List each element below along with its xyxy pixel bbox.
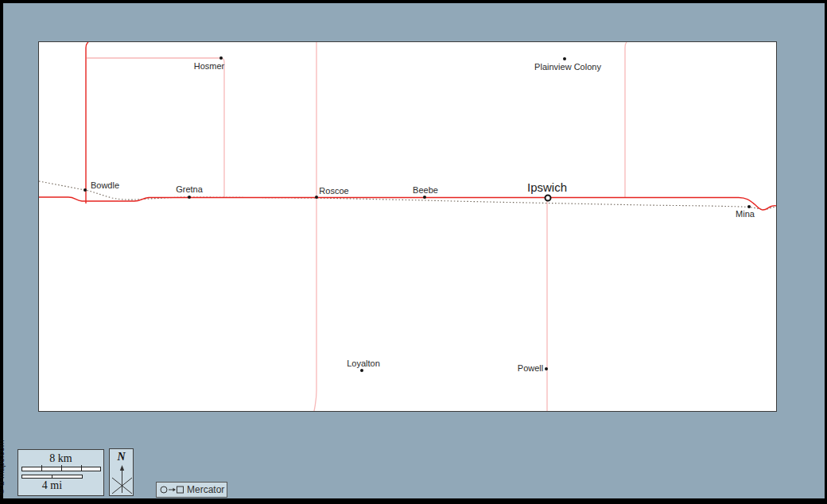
north-arrow-box: N	[109, 448, 134, 496]
secondary-road-hosmer	[87, 58, 224, 198]
town-marker-beebe	[423, 196, 426, 199]
town-marker-bowdle	[83, 188, 87, 192]
scale-km-bar	[21, 467, 101, 471]
secondary-road-plainview	[625, 42, 627, 197]
map-lines-layer	[39, 42, 776, 411]
map-page-background: HosmerPlainview ColonyBowdleGretnaRoscoe…	[3, 3, 825, 498]
map-canvas: HosmerPlainview ColonyBowdleGretnaRoscoe…	[38, 41, 777, 412]
town-label-ipswich: Ipswich	[527, 180, 567, 194]
town-marker-loyalton	[360, 369, 363, 372]
town-label-loyalton: Loyalton	[347, 359, 380, 368]
scale-bar-box: 8 km 4 mi	[17, 449, 104, 496]
secondary-road-roscoe	[314, 42, 316, 411]
projection-label: Mercator	[187, 484, 224, 495]
scale-mi-bar	[21, 475, 83, 479]
town-marker-powell	[545, 367, 548, 370]
town-label-roscoe: Roscoe	[319, 186, 348, 196]
town-label-gretna: Gretna	[176, 184, 203, 194]
town-label-hosmer: Hosmer	[194, 61, 225, 71]
scale-km-label: 8 km	[18, 452, 103, 465]
image-frame: HosmerPlainview ColonyBowdleGretnaRoscoe…	[0, 0, 827, 504]
highway-us12	[39, 197, 776, 210]
highway-vertical-bowdle	[86, 42, 88, 204]
town-label-mina: Mina	[736, 209, 755, 219]
town-marker-roscoe	[315, 196, 318, 199]
town-marker-ipswich	[545, 195, 552, 202]
north-label: N	[110, 451, 133, 463]
scale-mi-label: 4 mi	[10, 479, 95, 492]
railroad-line	[39, 181, 776, 210]
town-label-beebe: Beebe	[413, 185, 438, 195]
copyright-text: © d-maps.com	[0, 440, 6, 494]
north-arrow-icon	[110, 464, 134, 496]
town-marker-mina	[747, 205, 751, 208]
mercator-projection-icon	[160, 485, 184, 494]
town-marker-gretna	[188, 196, 191, 199]
town-label-powell: Powell	[518, 363, 543, 373]
town-marker-plainview-colony	[563, 57, 566, 60]
town-label-bowdle: Bowdle	[91, 180, 119, 190]
town-label-plainview-colony: Plainview Colony	[534, 62, 601, 72]
projection-box: Mercator	[156, 482, 227, 498]
town-marker-hosmer	[219, 56, 223, 60]
